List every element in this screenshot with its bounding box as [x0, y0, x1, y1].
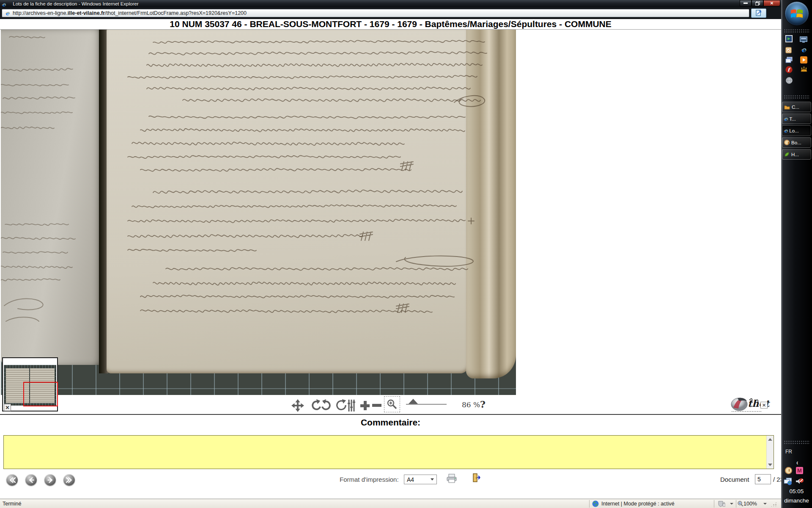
quicklaunch-flash-icon[interactable]: f: [785, 66, 793, 74]
exit-button[interactable]: [472, 473, 482, 485]
taskbar: e f C... e T... e Lo...: [781, 0, 812, 508]
rotate-cw-icon[interactable]: [321, 399, 332, 411]
comment-label: Commentaire:: [0, 417, 781, 428]
clock-time[interactable]: 05:05: [781, 488, 812, 494]
window-titlebar: e Lots de la fiche de description - Wind…: [0, 0, 781, 7]
organizer-icon: [784, 140, 790, 145]
quicklaunch-media-player-icon[interactable]: [800, 56, 808, 64]
leaf-icon: [784, 152, 790, 157]
scroll-down-icon[interactable]: [768, 464, 772, 466]
print-format-select[interactable]: A4: [404, 475, 437, 484]
screen: e Lots de la fiche de description - Wind…: [0, 0, 812, 508]
close-button[interactable]: ✕: [763, 0, 780, 6]
quicklaunch-organizer-icon[interactable]: [785, 46, 793, 54]
zoom-region-icon[interactable]: [384, 396, 400, 412]
previous-document-button[interactable]: [25, 474, 37, 486]
address-input[interactable]: e http://archives-en-ligne.ille-et-vilai…: [2, 9, 749, 17]
last-document-button[interactable]: [63, 474, 75, 486]
zoom-in-icon[interactable]: [360, 401, 370, 410]
thumbnail-navigator[interactable]: ✕: [2, 357, 58, 411]
internet-explorer-icon: e: [784, 128, 787, 133]
quicklaunch-photofiltre-icon[interactable]: [800, 66, 808, 74]
refresh-button[interactable]: [751, 8, 766, 18]
print-format-value: A4: [407, 476, 431, 483]
taskbar-button-h[interactable]: H...: [782, 149, 811, 160]
zoom-slider-track[interactable]: [406, 404, 447, 405]
handwriting-overlay: [1, 30, 516, 395]
internet-explorer-icon: e: [784, 116, 787, 121]
adjust-levels-icon[interactable]: [348, 399, 355, 412]
page-zoom-value: 100%: [743, 501, 757, 507]
quicklaunch-internet-explorer-icon[interactable]: e: [800, 46, 808, 54]
next-document-button[interactable]: [44, 474, 56, 486]
window-title: Lots de la fiche de description - Window…: [13, 1, 138, 6]
taskbar-grip[interactable]: [784, 29, 810, 33]
pan-icon[interactable]: [291, 399, 304, 412]
tray-organizer-icon[interactable]: [785, 467, 793, 475]
document-header-title: 10 NUM 35037 46 - BREAL-SOUS-MONTFORT - …: [170, 19, 611, 29]
viewer-close-button[interactable]: ✕: [760, 402, 768, 409]
comment-textarea[interactable]: [3, 435, 774, 469]
quicklaunch-remote-desktop-icon[interactable]: [799, 36, 807, 44]
taskbar-button-c[interactable]: C...: [782, 102, 811, 112]
minimize-button[interactable]: [740, 0, 752, 6]
ie-favicon-icon: e: [2, 2, 5, 7]
first-document-button[interactable]: [6, 474, 18, 486]
thumbnail-close-button[interactable]: ✕: [4, 404, 11, 411]
taskbar-grip[interactable]: [784, 95, 810, 99]
tray-collapse-icon[interactable]: ‹: [796, 458, 798, 467]
taskbar-button-lo-active[interactable]: e Lo...: [782, 125, 811, 136]
security-dropdown-icon[interactable]: [730, 503, 733, 505]
taskbar-button-bo[interactable]: Bo...: [782, 137, 811, 148]
zoom-slider-thumb[interactable]: [409, 399, 418, 404]
rotate-reset-icon[interactable]: [335, 399, 347, 411]
comment-scrollbar[interactable]: [766, 436, 774, 469]
ie-page-icon: e: [5, 10, 9, 16]
clock-date[interactable]: dimanche: [781, 497, 812, 504]
quicklaunch-window-switcher-icon[interactable]: [785, 56, 793, 64]
status-text: Terminé: [3, 501, 21, 507]
zoom-dropdown-icon[interactable]: [763, 503, 767, 505]
document-image[interactable]: [1, 30, 516, 395]
quicklaunch-vm-icon[interactable]: [785, 35, 793, 43]
zoom-percent: 86 %: [462, 400, 480, 409]
resize-grip[interactable]: [771, 502, 777, 507]
print-button[interactable]: [446, 473, 457, 485]
viewer-toolbar: 86 % ? thot ✕: [0, 395, 781, 415]
document-number-input[interactable]: [755, 474, 771, 484]
chevron-down-icon: [431, 478, 434, 480]
tray-volume-muted-icon[interactable]: [796, 478, 804, 486]
folder-icon: [784, 105, 790, 110]
thumbnail-viewport-rect[interactable]: [23, 382, 58, 406]
thot-logo: thot: [729, 396, 775, 413]
page-arrow-icon: [755, 10, 762, 17]
protected-mode-icon: [718, 500, 725, 507]
help-button[interactable]: ?: [480, 399, 486, 410]
language-indicator[interactable]: FR: [785, 449, 792, 455]
tray-network-icon[interactable]: [784, 478, 792, 486]
restore-button[interactable]: [752, 0, 763, 6]
document-counter-label: Document: [720, 476, 749, 483]
rotate-ccw-icon[interactable]: [310, 399, 321, 411]
windows-flag-icon: [790, 8, 803, 19]
scroll-up-icon[interactable]: [768, 438, 772, 441]
quicklaunch-globe-icon[interactable]: [785, 76, 793, 84]
document-header: 10 NUM 35037 46 - BREAL-SOUS-MONTFORT - …: [0, 19, 781, 30]
zone-text: Internet | Mode protégé : activé: [601, 501, 675, 507]
internet-zone-icon: [592, 500, 599, 507]
status-bar: Terminé Internet | Mode protégé : activé…: [0, 499, 781, 508]
url-text: http://archives-en-ligne.ille-et-vilaine…: [13, 10, 247, 16]
zoom-out-icon[interactable]: [372, 404, 381, 407]
page-zoom-icon: [738, 501, 743, 507]
tray-m-badge-icon[interactable]: M: [796, 467, 804, 475]
start-button[interactable]: [785, 1, 809, 26]
taskbar-grip[interactable]: [784, 440, 810, 444]
taskbar-button-t[interactable]: e T...: [782, 113, 811, 124]
print-format-label: Format d'impression:: [340, 476, 399, 483]
address-bar: e http://archives-en-ligne.ille-et-vilai…: [0, 7, 781, 19]
